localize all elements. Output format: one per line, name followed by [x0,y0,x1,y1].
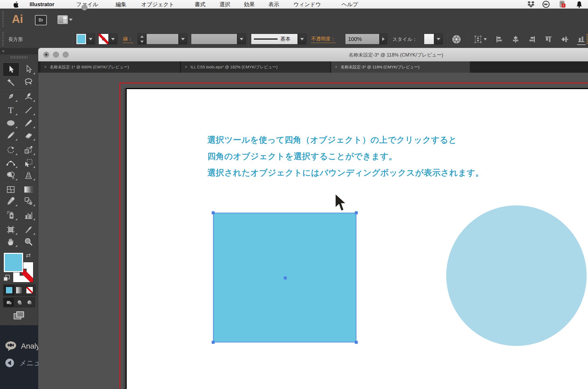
tools-panel-header[interactable]: « [0,48,38,54]
line-segment-tool[interactable] [21,104,36,116]
selected-rectangle-object[interactable] [213,213,356,342]
style-dropdown[interactable] [434,34,443,44]
draw-inside-button[interactable] [24,298,34,307]
draw-normal-button[interactable] [4,298,14,307]
menu-app-name[interactable]: Illustrator [29,1,55,8]
style-control[interactable] [424,34,443,44]
appbar-grip[interactable] [2,12,4,27]
pen-tool[interactable] [3,90,18,103]
menu-object[interactable]: オブジェクト [141,1,175,8]
dropbox-icon[interactable] [527,1,535,9]
arrange-documents-button[interactable] [58,15,73,24]
mesh-tool[interactable] [3,183,18,196]
stroke-weight-combo[interactable] [146,34,187,44]
swap-fill-stroke-icon[interactable]: ⇄ [26,252,31,259]
circle-object[interactable] [446,205,587,346]
stroke-weight-stepper[interactable] [138,34,146,44]
transform-button[interactable] [473,34,487,44]
brush-definition-combo[interactable]: 基本 [251,34,306,44]
instruction-text-line2[interactable]: 四角のオブジェクトを選択することができます。 [207,151,397,162]
menu-edit[interactable]: 編集 [115,1,127,8]
stroke-color-dropdown[interactable] [109,34,117,44]
notifications-bell-icon[interactable] [576,1,583,9]
document-titlebar[interactable]: 名称未設定-3* @ 118% (CMYK/プレビュー) [38,48,588,62]
tab-ill-cs5-tools[interactable]: × ILL CS5 tools.eps* @ 182% (CMYK/プレビュー) [181,61,330,73]
analysis-overlay-item[interactable]: Analy [5,341,38,352]
screen-mode-button[interactable] [12,310,26,321]
window-close-button[interactable] [43,52,49,58]
scale-tool[interactable] [21,144,36,156]
width-profile-dropdown[interactable] [237,34,246,44]
artboard-tool[interactable] [3,223,18,236]
stroke-color-control[interactable] [98,34,117,44]
brush-definition-dropdown[interactable] [298,34,306,44]
stroke-weight-label[interactable]: 線： [123,36,133,43]
width-profile-value[interactable] [191,34,237,44]
align-horizontal-right-button[interactable] [528,35,536,44]
fill-color-control[interactable] [76,34,95,44]
tab-untitled-1[interactable]: × 名称未設定-1* @ 600% (CMYK/プレビュー) [40,61,180,73]
pencil-tool[interactable] [3,129,18,142]
window-zoom-button[interactable] [63,52,69,58]
window-minimize-button[interactable] [53,52,59,58]
type-tool[interactable]: T [3,104,18,116]
opacity-expand-button[interactable] [380,34,387,44]
stroke-weight-dropdown[interactable] [179,34,187,44]
selection-handle-top-right[interactable] [355,211,358,214]
free-transform-tool[interactable] [21,157,36,169]
width-tool[interactable] [3,157,18,169]
eraser-tool[interactable] [21,129,36,142]
tab-close-icon[interactable]: × [44,65,47,69]
password-badge-icon[interactable]: ! [558,1,566,9]
draw-behind-button[interactable] [14,298,24,307]
tools-panel-grip[interactable] [11,56,27,59]
collapse-panel-icon[interactable]: « [2,48,4,53]
selection-handle-top-left[interactable] [212,211,215,214]
menu-overlay-item[interactable]: メニュ [5,358,38,368]
align-horizontal-center-button[interactable] [511,35,520,44]
stepper-up-icon[interactable] [140,36,144,38]
menu-window[interactable]: ウィンドウ [293,1,321,8]
recolor-artwork-button[interactable] [452,35,461,45]
align-vertical-bottom-button[interactable] [577,35,586,45]
hand-tool[interactable] [3,236,18,248]
apple-menu-icon[interactable] [12,1,18,9]
style-swatch[interactable] [424,34,434,44]
fill-indicator-swatch[interactable] [3,253,23,272]
instruction-text-line3[interactable]: 選択されたオブジェクトにはバウンディングボックスが表示されます。 [207,167,484,178]
brush-definition-value[interactable]: 基本 [251,34,298,44]
column-graph-tool[interactable] [21,209,36,221]
bridge-button[interactable]: Br [35,15,47,25]
align-vertical-top-button[interactable] [544,35,553,44]
align-vertical-center-button[interactable] [561,35,569,44]
ellipse-tool[interactable] [3,117,18,129]
gradient-tool[interactable] [21,183,36,196]
shape-builder-tool[interactable] [3,169,18,181]
stroke-weight-value[interactable] [146,34,179,44]
opacity-field-group[interactable]: 100% [345,34,387,44]
tab-close-icon[interactable]: × [185,65,187,69]
selection-handle-bottom-right[interactable] [355,341,358,344]
rotate-tool[interactable] [3,144,18,156]
perspective-grid-tool[interactable] [21,169,36,181]
menu-select[interactable]: 選択 [219,1,231,8]
object-center-point[interactable] [284,276,287,279]
menu-help[interactable]: ヘルプ [341,1,359,8]
canvas-area[interactable]: 選択ツールを使って四角（オブジェクト）の上でクリックすると 四角のオブジェクトを… [38,73,588,389]
menu-effect[interactable]: 効果 [243,1,255,8]
width-profile-combo[interactable] [191,34,246,44]
zoom-tool[interactable] [21,236,36,248]
menu-type[interactable]: 書式 [194,1,206,8]
lasso-tool[interactable] [21,76,36,88]
slice-tool[interactable] [21,223,36,236]
tab-close-icon[interactable]: × [335,65,337,69]
none-mode-button[interactable] [24,285,35,295]
selection-tool[interactable] [3,63,19,76]
curvature-tool[interactable] [21,90,36,103]
creative-cloud-icon[interactable] [542,1,550,9]
instruction-text-line1[interactable]: 選択ツールを使って四角（オブジェクト）の上でクリックすると [207,134,457,146]
opacity-label[interactable]: 不透明度： [311,36,335,43]
menu-view[interactable]: 表示 [268,1,280,8]
color-mode-button[interactable] [4,285,14,295]
opacity-value-field[interactable]: 100% [345,34,380,44]
